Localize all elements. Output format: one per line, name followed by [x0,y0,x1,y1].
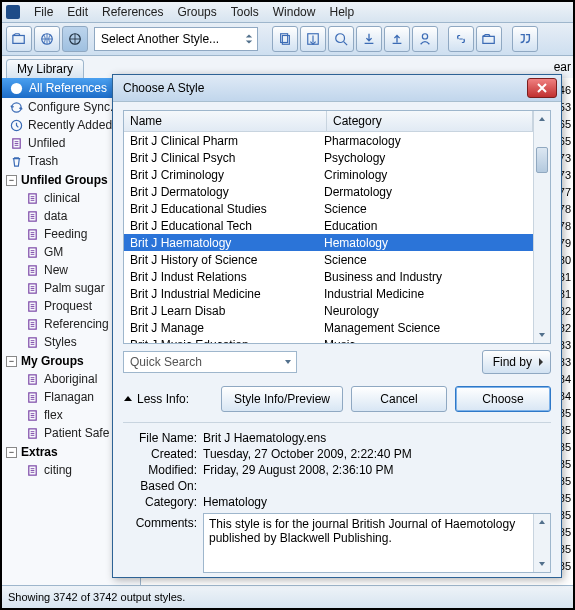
modified-label: Modified: [123,463,203,477]
comments-text: This style is for the journal British Jo… [209,517,515,545]
collapse-icon: − [6,447,17,458]
menu-file[interactable]: File [34,5,53,19]
copy-icon[interactable] [272,26,298,52]
less-info-toggle[interactable]: Less Info: [123,392,189,406]
row-name: Brit J Manage [124,321,320,335]
row-name: Brit J Criminology [124,168,320,182]
list-row[interactable]: Brit J Educational TechEducation [124,217,533,234]
list-row[interactable]: Brit J Indust RelationsBusiness and Indu… [124,268,533,285]
tab-my-library[interactable]: My Library [6,59,84,78]
sidebar-item-label: Trash [28,154,58,168]
row-name: Brit J Music Education [124,338,320,344]
row-category: Criminology [320,168,533,182]
close-button[interactable] [527,78,557,98]
search-online-icon[interactable] [328,26,354,52]
insert-icon[interactable] [300,26,326,52]
created-label: Created: [123,447,203,461]
list-row[interactable]: Brit J Learn DisabNeurology [124,302,533,319]
row-category: Dermatology [320,185,533,199]
sidebar-item-label: Recently Added [28,118,112,132]
comments-label: Comments: [123,513,203,573]
quick-search-input[interactable]: Quick Search [123,351,297,373]
link-icon[interactable] [448,26,474,52]
row-name: Brit J Educational Tech [124,219,320,233]
list-row[interactable]: Brit J Educational StudiesScience [124,200,533,217]
choose-button[interactable]: Choose [455,386,551,412]
svg-point-9 [11,82,22,93]
menu-tools[interactable]: Tools [231,5,259,19]
menu-window[interactable]: Window [273,5,316,19]
list-header: Name Category [124,111,533,132]
sidebar-item-label: citing [44,463,72,477]
row-category: Neurology [320,304,533,318]
scrollbar[interactable] [533,514,550,572]
based-on-value [203,479,551,493]
globe-icon[interactable] [34,26,60,52]
sidebar-item-label: Feeding [44,227,87,241]
menu-help[interactable]: Help [329,5,354,19]
scroll-down-icon[interactable] [534,556,550,572]
quick-search-placeholder: Quick Search [130,355,202,369]
list-rows[interactable]: Brit J Clinical PharmPharmacologyBrit J … [124,132,533,343]
row-category: Business and Industry [320,270,533,284]
sidebar-item-label: Palm sugar [44,281,105,295]
sidebar-item-label: New [44,263,68,277]
list-row[interactable]: Brit J Clinical PsychPsychology [124,149,533,166]
quote-icon[interactable] [512,26,538,52]
find-by-button[interactable]: Find by [482,350,551,374]
less-info-label: Less Info: [137,392,189,406]
menu-edit[interactable]: Edit [67,5,88,19]
style-info-preview-button[interactable]: Style Info/Preview [221,386,343,412]
find-by-label: Find by [493,355,532,369]
collapse-up-icon [123,394,133,404]
comments-textarea[interactable]: This style is for the journal British Jo… [203,513,551,573]
row-category: Education [320,219,533,233]
export-icon[interactable] [384,26,410,52]
scrollbar[interactable] [533,111,550,343]
open-icon[interactable] [476,26,502,52]
row-name: Brit J Clinical Pharm [124,134,320,148]
sidebar-all-references-label: All References [29,81,107,95]
status-bar: Showing 3742 of 3742 output styles. [2,585,573,608]
row-category: Hematology [320,236,533,250]
sidebar-item-label: Aboriginal [44,372,97,386]
list-row[interactable]: Brit J History of ScienceScience [124,251,533,268]
choose-style-dialog: Choose A Style Name Category Brit J Clin… [112,74,562,578]
globe-selected-icon[interactable] [62,26,88,52]
row-name: Brit J History of Science [124,253,320,267]
file-name-value: Brit J Haematology.ens [203,431,551,445]
scroll-up-icon[interactable] [534,111,550,127]
menu-references[interactable]: References [102,5,163,19]
list-row[interactable]: Brit J CriminologyCriminology [124,166,533,183]
list-row[interactable]: Brit J ManageManagement Science [124,319,533,336]
user-icon[interactable] [412,26,438,52]
row-category: Psychology [320,151,533,165]
truncated-tab[interactable]: ear [554,60,571,74]
column-header-name[interactable]: Name [124,111,327,131]
list-row[interactable]: Brit J HaematologyHematology [124,234,533,251]
cancel-button[interactable]: Cancel [351,386,447,412]
list-row[interactable]: Brit J Music EducationMusic [124,336,533,343]
style-info-panel: File Name:Brit J Haematology.ens Created… [123,422,551,573]
svg-rect-0 [13,36,24,44]
sidebar-item-label: clinical [44,191,80,205]
dialog-titlebar: Choose A Style [113,75,561,102]
sidebar-item-label: Unfiled [28,136,65,150]
toolbar: Select Another Style... [2,23,573,56]
svg-point-6 [336,34,345,43]
folder-new-icon[interactable] [6,26,32,52]
category-label: Category: [123,495,203,509]
menu-groups[interactable]: Groups [177,5,216,19]
scroll-down-icon[interactable] [534,327,550,343]
modified-value: Friday, 29 August 2008, 2:36:10 PM [203,463,551,477]
style-select-placeholder: Select Another Style... [101,32,219,46]
list-row[interactable]: Brit J Clinical PharmPharmacology [124,132,533,149]
style-select-dropdown[interactable]: Select Another Style... [94,27,258,51]
import-icon[interactable] [356,26,382,52]
svg-rect-8 [483,36,494,43]
scroll-thumb[interactable] [536,147,548,173]
scroll-up-icon[interactable] [534,514,550,530]
list-row[interactable]: Brit J DermatologyDermatology [124,183,533,200]
column-header-category[interactable]: Category [327,111,533,131]
list-row[interactable]: Brit J Industrial MedicineIndustrial Med… [124,285,533,302]
